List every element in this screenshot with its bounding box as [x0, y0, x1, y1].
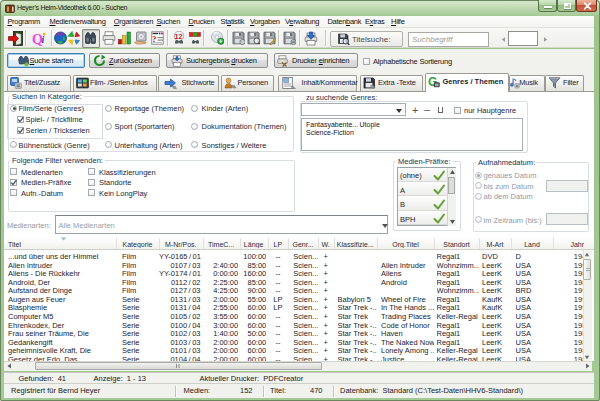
svg-text:12: 12 [175, 33, 183, 40]
svg-text:i: i [42, 34, 45, 45]
